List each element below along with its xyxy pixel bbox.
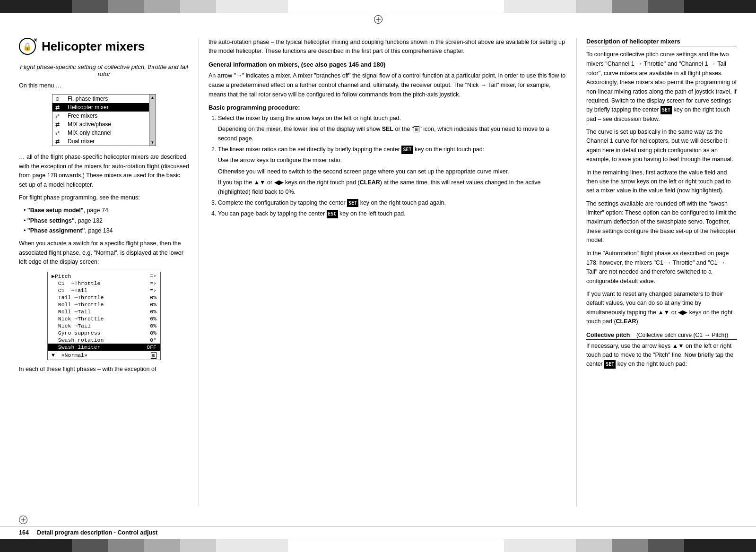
free-mixers-icon: ⇄ [55, 113, 65, 119]
set-badge-3: SET [660, 106, 672, 114]
mixer-nick-throttle-label: Nick →Throttle [52, 316, 104, 322]
mixer-swash-limiter-value: OFF [147, 344, 156, 350]
scroll-up-arrow[interactable]: ▲ [151, 95, 155, 100]
mixer-nick-tail-label: Nick →Tail [52, 323, 91, 329]
mixer-box-bottom: ▼ «Normal» ⊞ [48, 351, 160, 360]
bullet-item-2: "Phase settings", page 132 [24, 216, 189, 225]
bot-bar-seg-10 [612, 539, 648, 552]
middle-column: the auto-rotation phase – the typical he… [199, 38, 576, 506]
menu-item-dual-mixer: ⇄ Dual mixer [52, 137, 149, 146]
bar-seg-6 [216, 0, 288, 13]
mixer-nick-tail-value: 0% [150, 323, 156, 329]
set-badge-4: SET [604, 360, 616, 369]
menu-item-heli-mixer[interactable]: ⇄ Helicopter mixer [52, 103, 149, 112]
bot-bar-seg-1 [0, 539, 72, 552]
dual-mixer-icon: ⇄ [55, 138, 65, 145]
mixer-swash-rotation-label: Swash rotation [52, 337, 104, 343]
arrow-ch1-tail: → [710, 59, 716, 69]
body-text-1: … all of the flight phase-specific helic… [19, 153, 189, 190]
menu-rows: ⊙ Fl. phase timers ⇄ Helicopter mixer ⇄ … [52, 95, 149, 146]
crosshair-icon [374, 15, 382, 24]
mix-active-label: MIX active/phase [68, 121, 111, 128]
basic-programming-heading: Basic programming procedure: [209, 104, 567, 111]
bar-seg-10 [612, 0, 648, 13]
arrow-c1-throttle-2: → [665, 258, 671, 267]
step-2-sub3: If you tap the ▲▼ or ◀▶ keys on the righ… [218, 178, 567, 197]
bot-bar-seg-9 [576, 539, 612, 552]
bar-seg-9 [576, 0, 612, 13]
bot-bar-seg-12 [684, 539, 756, 552]
mixer-swash-limiter-label: Swash limiter [52, 344, 101, 350]
bar-seg-7 [288, 0, 504, 13]
right-body-6: If you want to reset any changed paramet… [586, 290, 737, 327]
collective-pitch-header: Collective pitch (Collective pitch curve… [586, 331, 737, 340]
times-icon: × [34, 38, 37, 43]
arrow-c1-tail-2: → [719, 258, 725, 267]
bullet-list: "Base setup model", page 74 "Phase setti… [19, 206, 189, 235]
bot-bar-seg-7 [288, 539, 504, 552]
step-2-sub2: Otherwise you will need to switch to the… [218, 167, 567, 176]
mixer-bottom-icon: ⊞ [151, 352, 156, 359]
right-body-1: To configure collective pitch curve sett… [586, 50, 737, 124]
right-body-7: If necessary, use the arrow keys ▲▼ on t… [586, 342, 737, 369]
bar-seg-5 [180, 0, 216, 13]
crosshair-left-area [0, 516, 756, 526]
menu-box: ⊙ Fl. phase timers ⇄ Helicopter mixer ⇄ … [52, 94, 156, 146]
page-title-area: 🔒 × Helicopter mixers [19, 38, 189, 55]
mixer-row-nick-tail: Nick →Tail 0% [48, 322, 160, 329]
bot-bar-seg-4 [144, 539, 180, 552]
top-bar [0, 0, 756, 13]
step-1: Select the mixer by using the arrow keys… [218, 114, 567, 143]
mixer-gyro-label: Gyro suppress [52, 330, 101, 336]
right-body-5: In the "Autorotation" flight phase as de… [586, 249, 737, 286]
mixer-c1-throttle-label: C1 →Throttle [52, 280, 101, 286]
bar-seg-1 [0, 0, 72, 13]
body-text-3: When you actuate a switch for a specific… [19, 239, 189, 267]
lock-icon: 🔒 [23, 42, 32, 51]
mixer-bottom-label: ▼ «Normal» [52, 352, 87, 358]
menu-box-inner: ⊙ Fl. phase timers ⇄ Helicopter mixer ⇄ … [52, 95, 156, 146]
bar-seg-11 [648, 0, 684, 13]
bar-seg-8 [504, 0, 576, 13]
mixer-pitch-value: =› [150, 273, 156, 279]
step-4: You can page back by tapping the center … [218, 209, 567, 218]
fl-phase-label: Fl. phase timers [68, 95, 108, 102]
mixer-display-box: ▶Pitch =› C1 →Throttle =› C1 →Tail =› Ta… [47, 272, 161, 360]
step-2-sub1: Use the arrow keys to configure the mixe… [218, 156, 567, 165]
mixer-c1-throttle-value: =› [150, 280, 156, 286]
middle-body-1: An arrow "→" indicates a mixer. A mixer … [209, 71, 567, 99]
scroll-down-arrow[interactable]: ▼ [151, 140, 155, 145]
general-info-heading: General information on mixers, (see also… [209, 61, 567, 68]
footer-text: Detail program description - Control adj… [37, 529, 157, 536]
title-icon: 🔒 × [19, 38, 36, 55]
bot-bar-seg-11 [648, 539, 684, 552]
mixer-gyro-value: 0% [150, 330, 156, 336]
menu-item-mix-active: ⇄ MIX active/phase [52, 120, 149, 129]
menu-scroll-bar: ▲ ▼ [149, 95, 156, 146]
mixer-row-roll-tail: Roll →Tail 0% [48, 308, 160, 315]
collective-sub: (Collective pitch curve (C1 → Pitch)) [632, 332, 728, 338]
bar-seg-3 [108, 0, 144, 13]
page-title: Helicopter mixers [42, 39, 145, 54]
bot-bar-seg-2 [72, 539, 108, 552]
steps-list: Select the mixer by using the arrow keys… [209, 114, 567, 219]
bot-bar-seg-3 [108, 539, 144, 552]
bar-seg-12 [684, 0, 756, 13]
mixer-row-nick-throttle: Nick →Throttle 0% [48, 315, 160, 322]
menu-item-fl-phase: ⊙ Fl. phase timers [52, 95, 149, 103]
page-number: 164 [19, 529, 29, 536]
mixer-nick-throttle-value: 0% [150, 316, 156, 322]
page-footer: 164 Detail program description - Control… [0, 526, 756, 539]
arrow-nick-tail: → [480, 80, 487, 90]
mixer-roll-tail-label: Roll →Tail [52, 309, 91, 315]
content-area: 🔒 × Helicopter mixers Flight phase-speci… [0, 24, 756, 516]
heli-mixer-icon: ⇄ [55, 104, 65, 111]
mixer-roll-throttle-value: 0% [150, 302, 156, 308]
mixer-c1-tail-label: C1 →Tail [52, 287, 87, 293]
middle-intro: the auto-rotation phase – the typical he… [209, 38, 567, 56]
mix-only-icon: ⇄ [55, 130, 65, 136]
right-body-4: The settings available are rounded off w… [586, 199, 737, 245]
collective-label: Collective pitch [586, 332, 630, 338]
free-mixers-label: Free mixers [68, 112, 97, 119]
crosshair-top [0, 15, 756, 24]
